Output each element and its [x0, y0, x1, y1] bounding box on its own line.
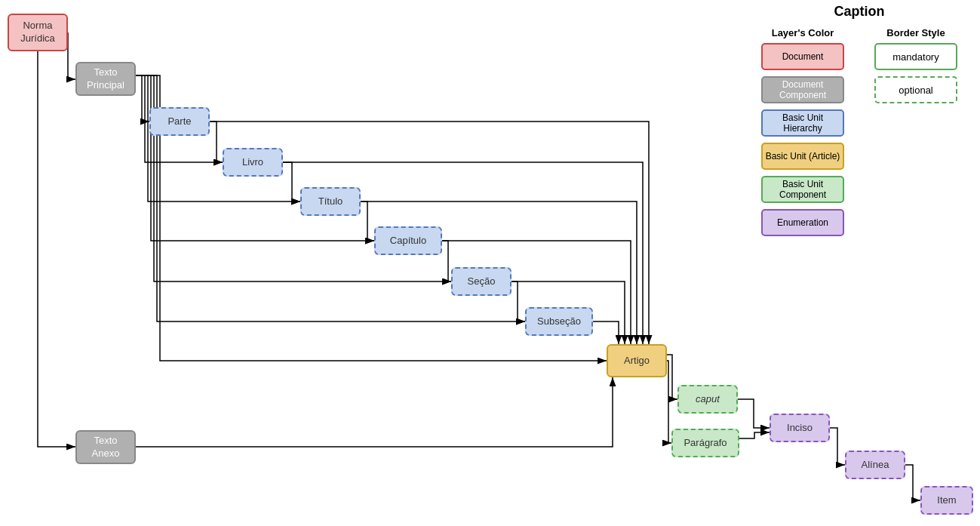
item-label: Item [937, 494, 956, 507]
caption-enumeration: Enumeration [761, 209, 844, 236]
caption-row-3: Basic Unit Hierarchy [746, 109, 972, 137]
caput-label: caput [696, 393, 720, 406]
caption-basic-unit-hierarchy: Basic Unit Hierarchy [761, 109, 844, 137]
node-livro: Livro [223, 148, 283, 177]
node-paragrafo: Parágrafo [671, 429, 739, 457]
node-texto-anexo: Texto Anexo [75, 430, 136, 464]
node-norma: Norma Jurídica [8, 14, 68, 51]
node-parte: Parte [149, 107, 210, 136]
alinea-label: Alínea [862, 459, 889, 472]
node-caput: caput [677, 385, 738, 414]
caption-row-1: Document mandatory [746, 43, 972, 70]
artigo-label: Artigo [624, 355, 650, 368]
paragrafo-label: Parágrafo [684, 437, 727, 450]
caption-mandatory: mandatory [874, 43, 957, 70]
caption-col1-title: Layer's Color [757, 27, 848, 38]
caption-panel: Caption Layer's Color Border Style Docum… [746, 4, 972, 242]
caption-row-5: Basic Unit Component [746, 176, 972, 203]
node-capitulo: Capítulo [374, 226, 442, 255]
node-titulo: Título [300, 187, 361, 216]
diagram-container: Norma Jurídica Texto Principal Texto Ane… [0, 0, 980, 526]
caption-basic-unit-component: Basic Unit Component [761, 176, 844, 203]
inciso-label: Inciso [787, 422, 813, 435]
node-inciso: Inciso [770, 414, 830, 442]
caption-row-4: Basic Unit (Article) [746, 143, 972, 170]
livro-label: Livro [242, 156, 263, 169]
parte-label: Parte [167, 115, 191, 128]
caption-headers: Layer's Color Border Style [746, 27, 972, 38]
subsecao-label: Subseção [537, 315, 581, 328]
node-artigo: Artigo [607, 344, 667, 377]
node-subsecao: Subseção [525, 307, 593, 336]
capitulo-label: Capítulo [390, 235, 426, 248]
texto-anexo-label: Texto Anexo [83, 435, 128, 460]
caption-document: Document [761, 43, 844, 70]
node-item: Item [920, 486, 973, 515]
secao-label: Seção [468, 275, 496, 288]
caption-row-2: Document Component optional [746, 76, 972, 103]
caption-title: Caption [746, 4, 972, 20]
node-texto-principal: Texto Principal [75, 62, 136, 96]
caption-col2-title: Border Style [871, 27, 961, 38]
node-secao: Seção [451, 267, 512, 296]
norma-label: Norma Jurídica [15, 20, 60, 45]
texto-principal-label: Texto Principal [83, 66, 128, 92]
caption-basic-unit-article: Basic Unit (Article) [761, 143, 844, 170]
caption-document-component: Document Component [761, 76, 844, 103]
titulo-label: Título [318, 195, 343, 208]
caption-optional: optional [874, 76, 957, 103]
caption-row-6: Enumeration [746, 209, 972, 236]
node-alinea: Alínea [845, 451, 905, 479]
